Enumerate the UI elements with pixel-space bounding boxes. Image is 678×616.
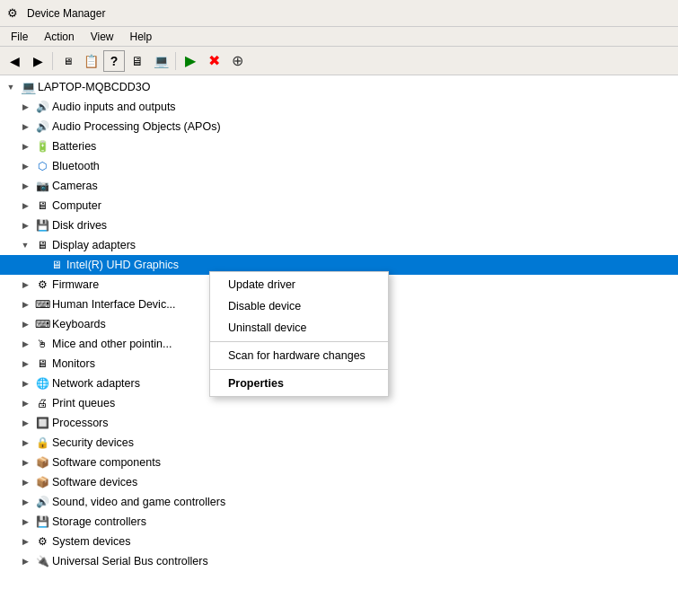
tree-item-software-devices[interactable]: 📦 Software devices: [0, 472, 678, 492]
tree-item-processors[interactable]: 🔲 Processors: [0, 413, 678, 433]
usb-label: Universal Serial Bus controllers: [52, 555, 208, 568]
toolbar: ◀ ▶ 🖥 📋 ? 🖥 💻 ▶ ✖ ⊕: [0, 47, 678, 75]
toolbar-add-btn[interactable]: ▶: [180, 50, 201, 72]
context-menu-uninstall-device[interactable]: Uninstall device: [210, 317, 388, 339]
system-label: System devices: [52, 535, 131, 548]
sound-arrow: [18, 495, 32, 509]
toolbar-download-btn[interactable]: ⊕: [226, 50, 248, 72]
toolbar-monitor-btn[interactable]: 🖥: [127, 50, 148, 72]
tree-item-sound[interactable]: 🔊 Sound, video and game controllers: [0, 492, 678, 512]
batteries-icon: 🔋: [35, 139, 49, 154]
toolbar-scan-btn[interactable]: 💻: [150, 50, 172, 72]
processors-arrow: [18, 416, 32, 430]
title-bar: ⚙ Device Manager: [0, 0, 678, 27]
intel-uhd-label: Intel(R) UHD Graphics: [66, 259, 179, 271]
storage-label: Storage controllers: [52, 515, 146, 528]
context-menu-sep-2: [210, 369, 388, 370]
disk-drives-arrow: [18, 218, 32, 233]
tree-item-system[interactable]: ⚙ System devices: [0, 532, 678, 551]
keyboards-arrow: [18, 317, 32, 331]
tree-item-batteries[interactable]: 🔋 Batteries: [0, 136, 678, 156]
toolbar-remove-btn[interactable]: ✖: [203, 50, 225, 72]
menu-help[interactable]: Help: [123, 29, 160, 45]
storage-arrow: [18, 515, 32, 529]
context-menu-properties[interactable]: Properties: [210, 373, 388, 394]
processors-icon: 🔲: [35, 416, 49, 430]
network-icon: 🌐: [35, 376, 49, 391]
tree-item-cameras[interactable]: 📷 Cameras: [0, 176, 678, 196]
menu-file[interactable]: File: [4, 29, 35, 45]
firmware-arrow: [18, 277, 32, 292]
usb-icon: 🔌: [35, 554, 49, 568]
monitors-icon: 🖥: [35, 356, 49, 371]
computer-label: Computer: [52, 199, 101, 212]
keyboards-icon: ⌨: [35, 317, 49, 331]
menu-view[interactable]: View: [84, 29, 121, 45]
cameras-label: Cameras: [52, 180, 98, 192]
monitors-label: Monitors: [52, 357, 95, 370]
computer-icon: 🖥: [35, 198, 49, 213]
tree-item-disk-drives[interactable]: 💾 Disk drives: [0, 216, 678, 235]
tree-item-storage[interactable]: 💾 Storage controllers: [0, 512, 678, 532]
toolbar-properties-btn[interactable]: 🖥: [57, 50, 78, 72]
security-label: Security devices: [52, 436, 134, 449]
usb-arrow: [18, 554, 32, 568]
disk-drives-icon: 💾: [35, 218, 49, 233]
tree-item-software-components[interactable]: 📦 Software components: [0, 453, 678, 472]
print-queues-label: Print queues: [52, 397, 115, 409]
network-label: Network adapters: [52, 377, 140, 390]
processors-label: Processors: [52, 417, 109, 429]
hid-arrow: [18, 297, 32, 312]
toolbar-back-btn[interactable]: ◀: [4, 50, 25, 72]
tree-item-audio-processing[interactable]: 🔊 Audio Processing Objects (APOs): [0, 117, 678, 136]
root-expand-arrow: [4, 80, 18, 94]
tree-item-bluetooth[interactable]: ⬡ Bluetooth: [0, 156, 678, 176]
software-components-icon: 📦: [35, 455, 49, 470]
software-devices-icon: 📦: [35, 475, 49, 489]
tree-item-computer[interactable]: 🖥 Computer: [0, 196, 678, 216]
security-arrow: [18, 436, 32, 450]
tree-item-security[interactable]: 🔒 Security devices: [0, 433, 678, 453]
hid-label: Human Interface Devic...: [52, 298, 176, 311]
sound-label: Sound, video and game controllers: [52, 496, 225, 508]
display-adapters-icon: 🖥: [35, 238, 49, 252]
context-menu-scan-hardware[interactable]: Scan for hardware changes: [210, 345, 388, 366]
menu-bar: File Action View Help: [0, 27, 678, 47]
main-content: 💻 LAPTOP-MQBCDD3O 🔊 Audio inputs and out…: [0, 75, 678, 616]
tree-item-usb[interactable]: 🔌 Universal Serial Bus controllers: [0, 551, 678, 571]
software-components-label: Software components: [52, 456, 161, 469]
app-title: Device Manager: [27, 7, 105, 20]
cameras-icon: 📷: [35, 179, 49, 193]
print-queues-icon: 🖨: [35, 396, 49, 410]
tree-root[interactable]: 💻 LAPTOP-MQBCDD3O: [0, 77, 678, 97]
menu-action[interactable]: Action: [37, 29, 81, 45]
network-arrow: [18, 376, 32, 391]
hid-icon: ⌨: [35, 297, 49, 312]
tree-item-audio-inputs[interactable]: 🔊 Audio inputs and outputs: [0, 97, 678, 117]
root-label: LAPTOP-MQBCDD3O: [38, 81, 151, 93]
computer-arrow: [18, 198, 32, 213]
audio-inputs-label: Audio inputs and outputs: [52, 101, 176, 113]
display-adapters-arrow: [18, 238, 32, 252]
audio-inputs-arrow: [18, 100, 32, 114]
toolbar-help-btn[interactable]: ?: [103, 50, 125, 72]
bluetooth-icon: ⬡: [35, 159, 49, 173]
display-adapters-label: Display adapters: [52, 239, 136, 251]
audio-processing-arrow: [18, 119, 32, 134]
system-icon: ⚙: [35, 534, 49, 549]
cameras-arrow: [18, 179, 32, 193]
audio-inputs-icon: 🔊: [35, 100, 49, 114]
mice-arrow: [18, 337, 32, 351]
software-components-arrow: [18, 455, 32, 470]
monitors-arrow: [18, 356, 32, 371]
firmware-label: Firmware: [52, 278, 99, 291]
context-menu-update-driver[interactable]: Update driver: [210, 274, 388, 295]
root-icon: 💻: [21, 80, 35, 94]
context-menu-disable-device[interactable]: Disable device: [210, 295, 388, 317]
toolbar-forward-btn[interactable]: ▶: [27, 50, 48, 72]
bluetooth-arrow: [18, 159, 32, 173]
storage-icon: 💾: [35, 515, 49, 529]
toolbar-update-btn[interactable]: 📋: [80, 50, 101, 72]
tree-item-display-adapters[interactable]: 🖥 Display adapters: [0, 235, 678, 255]
system-arrow: [18, 534, 32, 549]
